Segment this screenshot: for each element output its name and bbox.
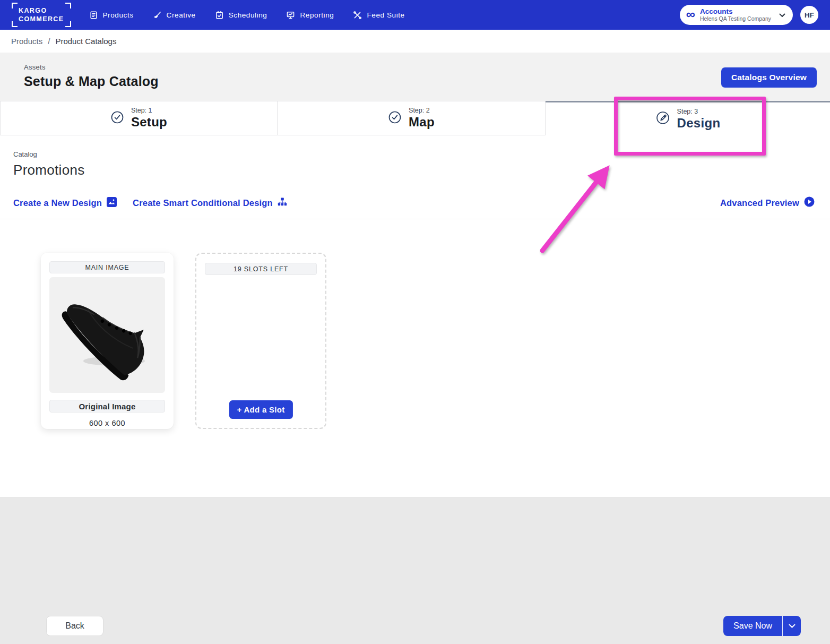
- create-new-design-link[interactable]: Create a New Design: [13, 197, 117, 209]
- add-slot-button[interactable]: + Add a Slot: [229, 400, 292, 419]
- page-title: Setup & Map Catalog: [24, 74, 830, 89]
- main-image-slot-card[interactable]: MAIN IMAGE: [41, 253, 174, 429]
- breadcrumb-product-catalogs[interactable]: Product Catalogs: [55, 37, 116, 46]
- navbar-right: ∞ Accounts Helens QA Testing Company HF: [680, 5, 818, 25]
- nav-item-products[interactable]: Products: [89, 11, 134, 20]
- accounts-subtitle: Helens QA Testing Company: [700, 15, 771, 22]
- nav-item-creative[interactable]: Creative: [153, 11, 196, 20]
- pencil-circle-icon: [655, 110, 670, 127]
- empty-slot-card: 19 SLOTS LEFT + Add a Slot: [195, 253, 326, 429]
- step-label: Step: 1: [131, 107, 167, 115]
- nav-item-label: Feed Suite: [367, 11, 404, 19]
- accounts-switcher[interactable]: ∞ Accounts Helens QA Testing Company: [680, 5, 793, 25]
- nav-item-scheduling[interactable]: Scheduling: [215, 11, 267, 20]
- design-step-content: Catalog Promotions Create a New Design C…: [0, 135, 830, 498]
- page-header: Assets Setup & Map Catalog Catalogs Over…: [0, 53, 830, 101]
- logo-bracket: [12, 21, 18, 27]
- scheduling-icon: [215, 11, 224, 20]
- logo-bracket: [65, 3, 71, 8]
- design-slots-row: MAIN IMAGE: [41, 253, 830, 429]
- breadcrumb-bar: Products / Product Catalogs: [0, 30, 830, 53]
- logo-bracket: [12, 3, 18, 8]
- original-image-label: Original Image: [49, 400, 165, 413]
- create-smart-conditional-label: Create Smart Conditional Design: [133, 198, 273, 208]
- save-split-button: Save Now: [723, 616, 801, 636]
- nav-item-label: Products: [103, 11, 134, 19]
- design-actions-row: Create a New Design Create Smart Conditi…: [13, 196, 830, 210]
- tab-step-3-design[interactable]: Step: 3 Design: [546, 101, 830, 135]
- tab-step-1-setup[interactable]: Step: 1 Setup: [0, 101, 278, 135]
- actions-divider: [0, 219, 830, 219]
- step-tabs: Step: 1 Setup Step: 2 Map Step: 3 Design: [0, 101, 830, 135]
- catalog-eyebrow: Catalog: [13, 150, 830, 158]
- image-icon: [107, 197, 117, 209]
- save-options-dropdown[interactable]: [783, 616, 801, 636]
- sitemap-icon: [278, 197, 287, 209]
- logo-bracket: [65, 21, 71, 27]
- step-name: Design: [677, 116, 721, 131]
- nav-item-label: Reporting: [300, 11, 334, 19]
- step-name: Map: [409, 115, 435, 130]
- feed-suite-icon: [353, 11, 362, 20]
- creative-icon: [153, 11, 162, 20]
- create-smart-conditional-design-link[interactable]: Create Smart Conditional Design: [133, 197, 287, 209]
- meta-logo-icon: ∞: [686, 8, 695, 21]
- save-now-button[interactable]: Save Now: [723, 616, 783, 636]
- nav-item-feed-suite[interactable]: Feed Suite: [353, 11, 404, 20]
- page-eyebrow: Assets: [24, 63, 830, 71]
- nav-item-label: Scheduling: [229, 11, 267, 19]
- top-navbar: KARGO COMMERCE Products Creative: [0, 0, 830, 30]
- step-label: Step: 2: [409, 107, 435, 115]
- play-circle-icon: [804, 196, 815, 209]
- breadcrumb: Products / Product Catalogs: [11, 37, 116, 46]
- accounts-title: Accounts: [700, 7, 771, 16]
- user-avatar[interactable]: HF: [800, 6, 818, 24]
- kargo-commerce-logo[interactable]: KARGO COMMERCE: [12, 3, 71, 28]
- step-name: Setup: [131, 115, 167, 130]
- create-new-design-label: Create a New Design: [13, 198, 102, 208]
- breadcrumb-separator: /: [48, 37, 50, 46]
- step-label: Step: 3: [677, 108, 721, 116]
- tab-step-2-map[interactable]: Step: 2 Map: [278, 101, 546, 135]
- advanced-preview-link[interactable]: Advanced Preview: [720, 196, 815, 209]
- nav-item-reporting[interactable]: Reporting: [286, 11, 334, 20]
- logo-line2: COMMERCE: [19, 15, 64, 23]
- catalog-name: Promotions: [13, 162, 830, 178]
- black-sneaker-image: [49, 277, 165, 393]
- product-image: [49, 277, 165, 393]
- image-dimensions: 600 x 600: [49, 419, 165, 427]
- slots-left-header: 19 SLOTS LEFT: [205, 263, 317, 275]
- catalogs-overview-button[interactable]: Catalogs Overview: [721, 67, 817, 88]
- advanced-preview-label: Advanced Preview: [720, 198, 799, 208]
- breadcrumb-products[interactable]: Products: [11, 37, 42, 46]
- products-icon: [89, 11, 98, 20]
- chevron-down-icon: [779, 10, 785, 20]
- back-button[interactable]: Back: [46, 616, 103, 636]
- check-circle-icon: [388, 110, 402, 126]
- check-circle-icon: [110, 110, 124, 126]
- chevron-down-icon: [789, 622, 796, 630]
- logo-line1: KARGO: [19, 6, 64, 15]
- nav-item-label: Creative: [167, 11, 196, 19]
- reporting-icon: [286, 11, 295, 20]
- main-image-header: MAIN IMAGE: [49, 261, 165, 273]
